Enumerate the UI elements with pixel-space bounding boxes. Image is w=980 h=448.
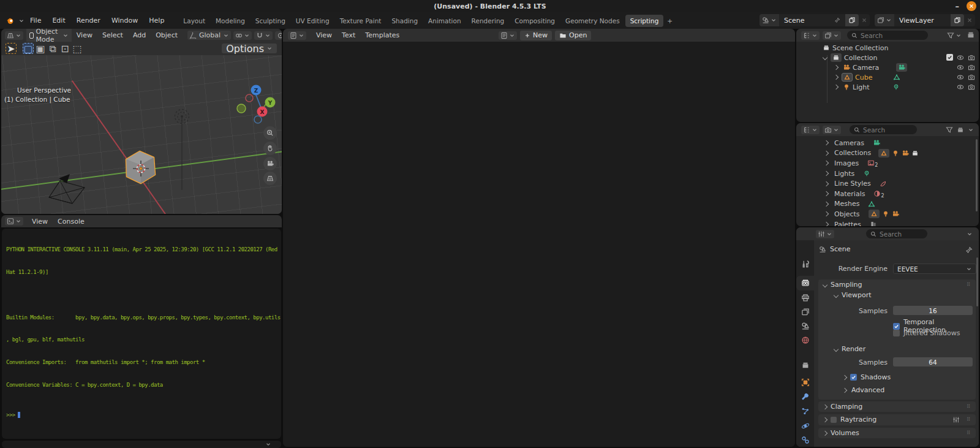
console-body[interactable]: PYTHON INTERACTIVE CONSOLE 3.11.11 (main…: [2, 229, 281, 439]
id-type-filter-button[interactable]: [823, 126, 841, 134]
tab-render[interactable]: [796, 276, 814, 290]
render-engine-dropdown[interactable]: EEVEE: [893, 264, 976, 274]
expand-chevron[interactable]: [824, 151, 829, 156]
properties-search[interactable]: [866, 229, 927, 238]
text-menu-view[interactable]: View: [311, 31, 337, 39]
select-tool-mode-intersect-button[interactable]: ⬚: [72, 43, 83, 54]
minimize-button[interactable]: –: [956, 2, 960, 11]
blendfile-search[interactable]: [850, 125, 917, 134]
workspace-tab-scripting[interactable]: Scripting: [625, 15, 664, 27]
console-menu-console[interactable]: Console: [53, 218, 89, 226]
workspace-tab-layout[interactable]: Layout: [178, 15, 210, 27]
text-menu-text[interactable]: Text: [337, 31, 360, 39]
outliner-search-input[interactable]: [861, 32, 924, 39]
camera-view-button[interactable]: [263, 157, 277, 170]
workspace-tab-shading[interactable]: Shading: [386, 15, 423, 27]
shadows-checkbox[interactable]: [850, 374, 857, 381]
tab-tool[interactable]: [796, 257, 814, 271]
viewlayer-name-field[interactable]: ViewLayer: [894, 17, 951, 25]
outliner-row-light[interactable]: Light: [796, 82, 979, 92]
blendfile-row-line-styles[interactable]: Line Styles: [796, 178, 979, 189]
hide-eye-icon[interactable]: [957, 83, 964, 91]
blendfile-row-cameras[interactable]: Cameras: [796, 138, 979, 148]
text-menu-templates[interactable]: Templates: [360, 31, 404, 39]
pan-button[interactable]: [263, 142, 277, 155]
viewlayer-browse-button[interactable]: [875, 14, 894, 26]
select-tool-mode-subtract-button[interactable]: ⊡: [59, 43, 70, 54]
drag-dots[interactable]: ⠿: [967, 430, 971, 436]
editor-type-button[interactable]: [5, 31, 23, 40]
blendfile-search-input[interactable]: [863, 126, 913, 134]
viewport-canvas[interactable]: User Perspective (1) Collection | Cube Z…: [1, 55, 282, 214]
menu-file[interactable]: File: [24, 12, 47, 29]
workspace-tab-texture-paint[interactable]: Texture Paint: [335, 15, 386, 27]
perspective-toggle-button[interactable]: [263, 172, 277, 185]
scene-browse-button[interactable]: [760, 14, 779, 26]
blendfile-row-collections[interactable]: Collections: [796, 148, 979, 159]
navigation-gizmo[interactable]: Z Y X: [235, 83, 279, 127]
expand-chevron[interactable]: [823, 55, 827, 60]
volumes-panel[interactable]: Volumes ⠿: [818, 428, 976, 438]
menu-edit[interactable]: Edit: [47, 12, 70, 29]
options-button[interactable]: Options: [222, 44, 277, 53]
workspace-tab-rendering[interactable]: Rendering: [467, 15, 510, 27]
add-workspace-button[interactable]: +: [664, 15, 676, 27]
scene-name-field[interactable]: Scene: [779, 17, 845, 25]
outliner-row-scene-collection[interactable]: Scene Collection: [796, 43, 979, 53]
new-text-button[interactable]: New: [520, 31, 552, 40]
tab-constraints[interactable]: [796, 433, 814, 447]
expand-chevron[interactable]: [834, 75, 839, 80]
expand-chevron[interactable]: [824, 211, 829, 216]
tab-world[interactable]: [796, 333, 814, 347]
raytracing-checkbox[interactable]: [831, 417, 837, 423]
breadcrumb[interactable]: Scene: [819, 245, 851, 253]
tab-collection[interactable]: [796, 358, 814, 373]
scrollbar[interactable]: [976, 139, 978, 211]
tab-object[interactable]: [796, 375, 814, 390]
expand-chevron[interactable]: [834, 85, 839, 89]
expand-chevron[interactable]: [824, 140, 829, 145]
outliner-display-mode-button[interactable]: [801, 31, 820, 40]
workspace-tab-uv-editing[interactable]: UV Editing: [291, 15, 334, 27]
outliner-filter-button[interactable]: [947, 32, 962, 39]
outliner-row-camera[interactable]: Camera: [796, 63, 979, 72]
collection-icon[interactable]: [957, 126, 964, 134]
outliner-filter-id-button[interactable]: [823, 31, 841, 40]
scrollbar[interactable]: [976, 257, 978, 306]
disable-render-icon[interactable]: [968, 83, 975, 91]
temporal-reprojection-checkbox[interactable]: [893, 323, 900, 330]
drag-dots[interactable]: ⠿: [967, 282, 971, 287]
options-chevron-icon[interactable]: [967, 231, 973, 237]
zoom-button[interactable]: [263, 126, 277, 140]
hide-eye-icon[interactable]: [957, 74, 964, 81]
viewport-menu-object[interactable]: Object: [151, 31, 183, 39]
console-menu-view[interactable]: View: [27, 218, 53, 226]
viewport-menu-view[interactable]: View: [72, 31, 97, 39]
viewport-menu-select[interactable]: Select: [97, 31, 128, 39]
outliner-row-cube[interactable]: Cube: [796, 72, 979, 82]
select-box-tool-button[interactable]: ▢: [23, 43, 34, 54]
funnel-icon[interactable]: [946, 126, 953, 134]
hide-eye-icon[interactable]: [957, 64, 964, 71]
disable-render-icon[interactable]: [968, 74, 975, 81]
new-collection-button[interactable]: [967, 31, 975, 41]
jittered-shadows-checkbox[interactable]: [893, 330, 900, 336]
shadows-subpanel-header[interactable]: Shadows: [843, 373, 891, 381]
pin-icon[interactable]: [834, 17, 840, 23]
new-viewlayer-button[interactable]: [951, 14, 964, 26]
blender-logo-icon[interactable]: [6, 17, 15, 25]
blendfile-row-materials[interactable]: Materials 2: [796, 189, 979, 199]
drag-dots[interactable]: ⠿: [967, 404, 971, 409]
expand-chevron[interactable]: [824, 202, 829, 207]
close-button[interactable]: [967, 1, 976, 11]
display-mode-button[interactable]: [801, 126, 820, 134]
viewport-menu-add[interactable]: Add: [128, 31, 151, 39]
menu-window[interactable]: Window: [106, 12, 143, 29]
exclude-checkbox[interactable]: [946, 54, 953, 61]
snap-target-dropdown[interactable]: [233, 31, 252, 40]
hide-eye-icon[interactable]: [957, 54, 964, 61]
render-subpanel-header[interactable]: Render: [818, 344, 976, 354]
menu-render[interactable]: Render: [71, 12, 106, 29]
properties-search-input[interactable]: [880, 230, 923, 238]
expand-chevron[interactable]: [824, 161, 829, 165]
